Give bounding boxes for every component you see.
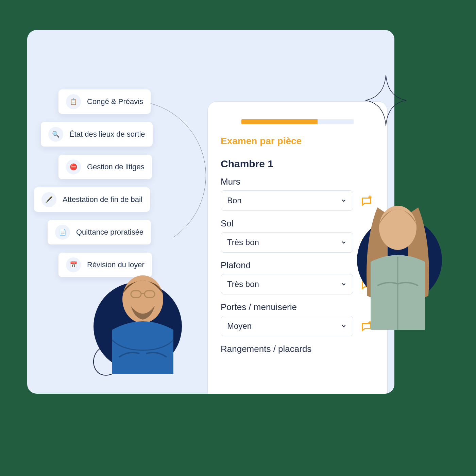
sidebar-item-label: Quittance proratisée bbox=[76, 228, 143, 237]
sidebar-item-quittance-proratisee[interactable]: 📄 Quittance proratisée bbox=[48, 220, 151, 244]
stop-icon: ⛔ bbox=[66, 159, 81, 174]
sidebar-item-etat-lieux-sortie[interactable]: 🔍 État des lieux de sortie bbox=[41, 122, 153, 147]
select-sol[interactable]: Très bon bbox=[221, 232, 353, 253]
main-panel: 📋 Congé & Préavis 🔍 État des lieux de so… bbox=[27, 30, 394, 394]
sidebar-item-attestation-fin-bail[interactable]: 🖋️ Attestation de fin de bail bbox=[34, 187, 150, 212]
chevron-down-icon bbox=[341, 281, 347, 287]
document-icon: 📋 bbox=[66, 94, 81, 109]
avatar-person-woman bbox=[347, 187, 449, 330]
sidebar-menu: 📋 Congé & Préavis 🔍 État des lieux de so… bbox=[27, 89, 170, 285]
progress-bar bbox=[241, 119, 354, 124]
chevron-down-icon bbox=[341, 239, 347, 245]
svg-point-4 bbox=[379, 206, 417, 250]
progress-fill bbox=[241, 119, 318, 124]
chevron-down-icon bbox=[341, 323, 347, 329]
select-value: Moyen bbox=[227, 321, 252, 331]
select-value: Très bon bbox=[227, 238, 259, 247]
sidebar-item-gestion-litiges[interactable]: ⛔ Gestion de litiges bbox=[58, 155, 152, 179]
sidebar-item-label: Gestion de litiges bbox=[87, 163, 144, 171]
sidebar-item-label: Congé & Préavis bbox=[87, 97, 143, 106]
sidebar-item-conge-preavis[interactable]: 📋 Congé & Préavis bbox=[58, 89, 151, 114]
select-portes[interactable]: Moyen bbox=[221, 316, 353, 336]
field-label: Rangements / placards bbox=[221, 344, 374, 354]
pen-icon: 🖋️ bbox=[41, 192, 56, 207]
avatar-person-man bbox=[99, 262, 187, 374]
chevron-down-icon bbox=[341, 198, 347, 204]
sidebar-item-label: État des lieux de sortie bbox=[69, 130, 145, 139]
sidebar-item-label: Attestation de fin de bail bbox=[63, 195, 142, 204]
section-title: Examen par pièce bbox=[221, 136, 374, 147]
field-rangements: Rangements / placards bbox=[221, 344, 374, 354]
select-murs[interactable]: Bon bbox=[221, 190, 353, 211]
magnifier-icon: 🔍 bbox=[48, 127, 63, 142]
field-label: Murs bbox=[221, 176, 374, 187]
room-name: Chambre 1 bbox=[221, 158, 374, 170]
receipt-icon: 📄 bbox=[55, 225, 70, 240]
select-value: Très bon bbox=[227, 279, 259, 289]
calendar-icon: 📅 bbox=[66, 257, 81, 272]
select-value: Bon bbox=[227, 196, 242, 205]
sparkle-icon bbox=[364, 73, 408, 128]
select-plafond[interactable]: Très bon bbox=[221, 274, 353, 294]
